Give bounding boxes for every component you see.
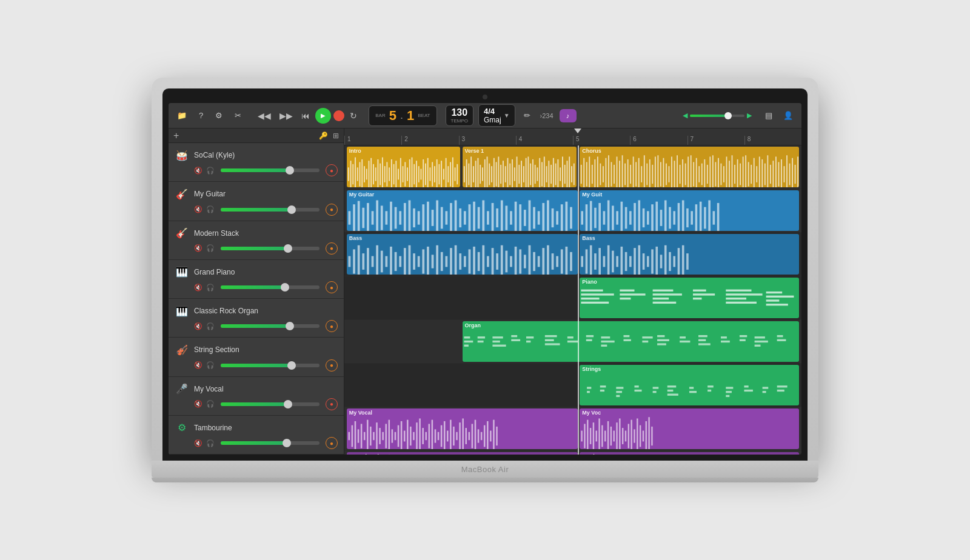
track-header-toggle[interactable]: ⊞ bbox=[333, 132, 339, 140]
solo-bass[interactable]: 🎧 bbox=[206, 244, 215, 252]
mute-bass[interactable]: 🔇 bbox=[194, 244, 202, 252]
fader-strings[interactable] bbox=[221, 364, 319, 367]
solo-vocal[interactable]: 🎧 bbox=[206, 400, 215, 408]
volume-slider[interactable] bbox=[690, 115, 744, 117]
svg-rect-366 bbox=[526, 341, 530, 342]
settings-btn[interactable]: ⚙ bbox=[212, 108, 226, 122]
track-header-options[interactable]: 🔑 bbox=[319, 132, 328, 140]
solo-organ[interactable]: 🎧 bbox=[206, 322, 215, 330]
record-arm-piano[interactable]: ● bbox=[326, 281, 338, 293]
mute-piano[interactable]: 🔇 bbox=[194, 284, 202, 292]
svg-rect-78 bbox=[530, 164, 531, 185]
svg-rect-17 bbox=[386, 162, 387, 186]
record-arm-guitar[interactable]: ● bbox=[326, 204, 338, 216]
clip-bass-2[interactable]: Bass bbox=[580, 234, 799, 275]
clip-verse1[interactable]: Verse 1 bbox=[463, 147, 577, 187]
svg-rect-114 bbox=[624, 164, 626, 185]
clip-label-organ: Organ bbox=[463, 321, 484, 330]
record-btn[interactable] bbox=[333, 110, 344, 121]
svg-rect-353 bbox=[766, 299, 780, 301]
clip-intro[interactable]: Intro bbox=[347, 147, 460, 187]
clip-vocal-1[interactable]: My Vocal bbox=[347, 408, 578, 449]
fader-guitar[interactable] bbox=[221, 208, 319, 212]
clip-bass-1[interactable]: Bass bbox=[347, 234, 578, 275]
clip-tambourine-2[interactable]: Tambo bbox=[580, 452, 799, 455]
strings-icon: 🎻 bbox=[175, 342, 189, 357]
svg-rect-226 bbox=[570, 207, 572, 229]
clip-guitar-2[interactable]: My Guit bbox=[580, 190, 799, 231]
clip-vocal-2[interactable]: My Voc bbox=[580, 408, 799, 449]
svg-rect-235 bbox=[617, 211, 619, 224]
skip-start-btn[interactable]: ⏮ bbox=[298, 109, 313, 122]
clip-piano[interactable]: Piano bbox=[580, 278, 799, 318]
solo-strings[interactable]: 🎧 bbox=[206, 361, 215, 369]
library-btn[interactable]: 📁 bbox=[173, 108, 190, 122]
svg-rect-48 bbox=[457, 164, 458, 185]
clip-tambourine-1[interactable]: C Tambourine ⊕ bbox=[347, 452, 578, 455]
mute-tambourine[interactable]: 🔇 bbox=[194, 439, 202, 447]
solo-socal[interactable]: 🎧 bbox=[206, 167, 215, 175]
record-arm-tambourine[interactable]: ● bbox=[326, 437, 338, 449]
forward-btn[interactable]: ▶▶ bbox=[276, 109, 296, 122]
time-sig-arrow[interactable]: ▼ bbox=[504, 112, 510, 119]
svg-rect-32 bbox=[420, 169, 421, 180]
clip-label-guitar1: My Guitar bbox=[347, 190, 377, 199]
svg-rect-464 bbox=[468, 432, 470, 440]
svg-rect-363 bbox=[511, 335, 517, 337]
clip-chorus[interactable]: Chorus bbox=[580, 147, 799, 187]
fader-organ[interactable] bbox=[221, 324, 319, 328]
mute-vocal[interactable]: 🔇 bbox=[194, 400, 202, 408]
play-btn[interactable]: ▶ bbox=[315, 108, 331, 124]
record-arm-bass[interactable]: ● bbox=[326, 242, 338, 255]
record-arm-strings[interactable]: ● bbox=[326, 359, 338, 372]
svg-rect-297 bbox=[524, 255, 526, 268]
fader-socal[interactable] bbox=[221, 168, 319, 172]
time-sig-display[interactable]: 4/4 Gmaj ▼ bbox=[478, 104, 515, 127]
svg-rect-429 bbox=[361, 424, 363, 448]
solo-guitar[interactable]: 🎧 bbox=[206, 205, 215, 213]
mute-guitar[interactable]: 🔇 bbox=[194, 205, 202, 213]
clip-strings[interactable]: Strings bbox=[580, 365, 799, 405]
record-arm-socal[interactable]: ● bbox=[326, 164, 338, 176]
pencil-tool-btn[interactable]: ✏ bbox=[520, 108, 534, 122]
tuner-btn[interactable]: ♪ bbox=[560, 109, 577, 122]
svg-rect-154 bbox=[734, 165, 735, 184]
browser-btn[interactable]: 👤 bbox=[780, 108, 797, 122]
svg-rect-413 bbox=[689, 391, 697, 393]
clip-organ[interactable]: Organ bbox=[463, 321, 800, 362]
volume-knob[interactable] bbox=[724, 112, 732, 119]
cycle-btn[interactable]: ↻ bbox=[347, 109, 360, 122]
svg-rect-250 bbox=[682, 200, 684, 231]
record-arm-vocal[interactable]: ● bbox=[326, 398, 338, 410]
solo-tambourine[interactable]: 🎧 bbox=[206, 439, 215, 447]
mute-socal[interactable]: 🔇 bbox=[194, 167, 202, 175]
fader-vocal[interactable] bbox=[221, 402, 319, 406]
svg-rect-230 bbox=[594, 208, 597, 228]
record-arm-organ[interactable]: ● bbox=[326, 320, 338, 332]
svg-rect-64 bbox=[498, 156, 499, 187]
svg-rect-45 bbox=[450, 162, 451, 186]
count-in-btn[interactable]: ›234 bbox=[540, 112, 554, 119]
mute-strings[interactable]: 🔇 bbox=[194, 361, 202, 369]
svg-rect-187 bbox=[390, 202, 392, 231]
fader-piano[interactable] bbox=[221, 285, 319, 289]
clip-guitar-1[interactable]: My Guitar bbox=[347, 190, 578, 231]
svg-rect-368 bbox=[544, 339, 554, 341]
svg-rect-185 bbox=[381, 205, 383, 230]
add-track-btn[interactable]: + bbox=[173, 130, 179, 141]
fader-bass[interactable] bbox=[221, 247, 319, 250]
svg-rect-112 bbox=[619, 161, 620, 187]
scissors-btn[interactable]: ✂ bbox=[231, 108, 245, 122]
svg-rect-58 bbox=[484, 159, 485, 187]
mute-organ[interactable]: 🔇 bbox=[194, 322, 202, 330]
svg-rect-301 bbox=[542, 248, 544, 275]
arrangement-area: 1 2 3 4 5 6 7 8 bbox=[344, 128, 801, 455]
help-btn[interactable]: ? bbox=[195, 108, 207, 122]
mixer-btn[interactable]: ▤ bbox=[761, 108, 776, 122]
fader-tambourine[interactable] bbox=[221, 441, 319, 445]
rewind-btn[interactable]: ◀◀ bbox=[255, 109, 274, 122]
svg-rect-129 bbox=[666, 164, 667, 185]
svg-rect-248 bbox=[674, 211, 676, 224]
svg-rect-31 bbox=[418, 166, 420, 182]
solo-piano[interactable]: 🎧 bbox=[206, 284, 215, 292]
